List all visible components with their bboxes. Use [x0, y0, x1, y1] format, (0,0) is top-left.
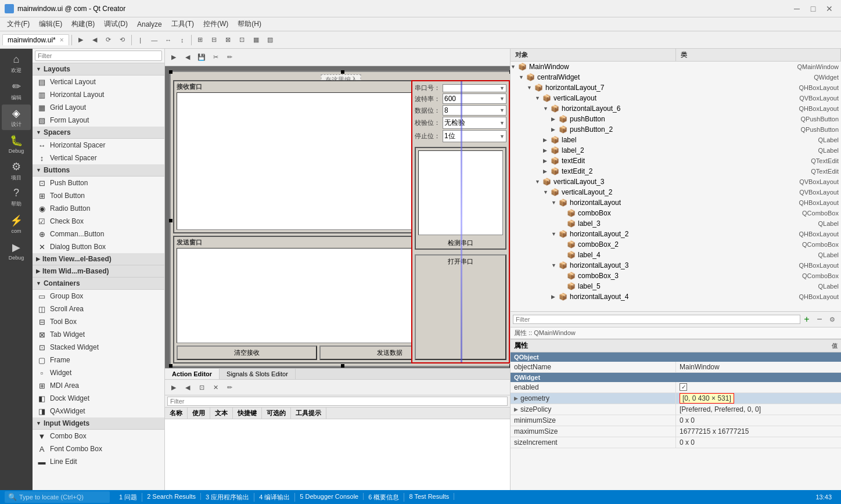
status-item-4-编译输出[interactable]: 4 编译输出	[254, 493, 295, 502]
tree-item-verticalLayout_3[interactable]: ▼ 📦 verticalLayout_3 QVBoxLayout	[511, 177, 841, 187]
toolbar-btn-1[interactable]: ▶	[74, 34, 87, 46]
widget-item-dialog-button-box[interactable]: ✕Dialog Button Box	[33, 240, 164, 253]
sidebar-icon-项目[interactable]: ⚙项目	[2, 158, 31, 183]
tree-item-label_5[interactable]: 📦 label_5 QLabel	[511, 281, 841, 291]
menubar-item-工具(T)[interactable]: 工具(T)	[167, 18, 199, 30]
toolbar-btn-8[interactable]: ↕	[176, 34, 189, 46]
tree-item-horizontalLayout_6[interactable]: ▼ 📦 horizontalLayout_6 QHBoxLayout	[511, 103, 841, 114]
sidebar-icon-设计[interactable]: ◈设计	[2, 105, 31, 130]
widget-item-scroll-area[interactable]: ◫Scroll Area	[33, 303, 164, 315]
check-select[interactable]: 无检验▼	[443, 117, 506, 129]
widget-item-vertical-layout[interactable]: ▤Vertical Layout	[33, 75, 164, 88]
toolbar-btn-12[interactable]: ⊡	[236, 34, 249, 46]
widget-item-radio-button[interactable]: ◉Radio Button	[33, 202, 164, 215]
file-tab-close[interactable]: ×	[60, 36, 64, 44]
widget-item-push-button[interactable]: ⊡Push Button	[33, 177, 164, 189]
canvas-btn-4[interactable]: ✂	[209, 51, 222, 64]
widget-item-combo-box[interactable]: ▼Combo Box	[33, 430, 164, 442]
widget-item-line-edit[interactable]: ▬Line Edit	[33, 455, 164, 468]
sidebar-icon-欢迎[interactable]: ⌂欢迎	[2, 51, 31, 77]
widget-group-Item Wid...m-Based)[interactable]: ▶Item Wid...m-Based)	[33, 265, 164, 278]
widget-item-qaxwidget[interactable]: ◨QAxWidget	[33, 405, 164, 417]
tree-item-verticalLayout_2[interactable]: ▼ 📦 verticalLayout_2 QVBoxLayout	[511, 187, 841, 197]
tree-remove-btn[interactable]: −	[813, 313, 826, 326]
close-button[interactable]: ✕	[822, 3, 836, 15]
tree-item-comboBox[interactable]: 📦 comboBox QComboBox	[511, 208, 841, 218]
widget-group-Spacers[interactable]: ▼Spacers	[33, 127, 164, 139]
canvas-btn-1[interactable]: ▶	[167, 51, 180, 64]
tree-item-horizontalLayout_7[interactable]: ▼ 📦 horizontalLayout_7 QHBoxLayout	[511, 82, 841, 93]
baud-select[interactable]: 600▼	[443, 93, 506, 104]
toolbar-btn-9[interactable]: ⊞	[194, 34, 207, 46]
props-row-geometry[interactable]: ▶ geometry [0, 0 430 × 531]	[511, 393, 841, 404]
canvas-container[interactable]: 在这里编入 接收窗口 发送窗口 清空接收 发送数据	[165, 66, 510, 368]
tree-add-btn[interactable]: +	[800, 313, 813, 326]
maximize-button[interactable]: □	[806, 3, 820, 15]
widget-item-form-layout[interactable]: ▧Form Layout	[33, 114, 164, 127]
menubar-item-Analyze[interactable]: Analyze	[132, 19, 167, 30]
widget-group-Layouts[interactable]: ▼Layouts	[33, 63, 164, 75]
widget-item-tool-button[interactable]: ⊞Tool Button	[33, 189, 164, 202]
action-tab-action-editor[interactable]: Action Editor	[165, 369, 220, 379]
tree-filter-input[interactable]	[513, 315, 800, 324]
toolbar-btn-10[interactable]: ⊟	[208, 34, 221, 46]
menubar-item-文件(F)[interactable]: 文件(F)	[2, 18, 34, 30]
canvas-btn-3[interactable]: 💾	[195, 51, 208, 64]
menubar-item-帮助(H)[interactable]: 帮助(H)	[233, 18, 266, 30]
tree-item-textEdit_2[interactable]: ▶ 📦 textEdit_2 QTextEdit	[511, 166, 841, 177]
tree-item-horizontalLayout[interactable]: ▼ 📦 horizontalLayout QHBoxLayout	[511, 197, 841, 208]
action-tab-signals-&-slots-editor[interactable]: Signals & Slots Editor	[220, 369, 296, 379]
tree-item-comboBox_3[interactable]: 📦 comboBox_3 QComboBox	[511, 271, 841, 281]
file-tab[interactable]: mainwindow.ui* ×	[2, 34, 69, 45]
tree-item-label_2[interactable]: ▶ 📦 label_2 QLabel	[511, 145, 841, 156]
clear-recv-btn[interactable]: 清空接收	[177, 345, 317, 360]
widget-item-mdi-area[interactable]: ⊞MDI Area	[33, 379, 164, 392]
tree-item-pushButton[interactable]: ▶ 📦 pushButton QPushButton	[511, 114, 841, 124]
action-tb-3[interactable]: ⊡	[195, 381, 208, 394]
action-tb-5[interactable]: ✏	[223, 381, 236, 394]
widget-item-font-combo-box[interactable]: AFont Combo Box	[33, 442, 164, 455]
status-item-1-问题[interactable]: 1 问题	[114, 493, 142, 502]
tree-config-btn[interactable]: ⚙	[826, 313, 839, 326]
tree-item-textEdit[interactable]: ▶ 📦 textEdit QTextEdit	[511, 156, 841, 166]
status-item-2-search-results[interactable]: 2 Search Results	[142, 493, 201, 500]
action-tb-2[interactable]: ◀	[181, 381, 194, 394]
stop-select[interactable]: 1位▼	[443, 130, 506, 142]
tree-item-pushButton_2[interactable]: ▶ 📦 pushButton_2 QPushButton	[511, 124, 841, 135]
toolbar-btn-5[interactable]: |	[134, 34, 147, 46]
tree-item-label_3[interactable]: 📦 label_3 QLabel	[511, 218, 841, 229]
widget-group-Buttons[interactable]: ▼Buttons	[33, 164, 164, 177]
toolbar-btn-11[interactable]: ⊠	[222, 34, 235, 46]
widget-item-tab-widget[interactable]: ⊠Tab Widget	[33, 328, 164, 341]
minimize-button[interactable]: ─	[790, 3, 804, 15]
sidebar-icon-com[interactable]: ⚡com	[2, 211, 31, 237]
canvas-btn-5[interactable]: ✏	[223, 51, 236, 64]
tree-item-MainWindow[interactable]: ▼ 📦 MainWindow QMainWindow	[511, 62, 841, 72]
tree-item-verticalLayout[interactable]: ▼ 📦 verticalLayout QVBoxLayout	[511, 93, 841, 103]
tree-item-label[interactable]: ▶ 📦 label QLabel	[511, 135, 841, 145]
sidebar-icon-帮助[interactable]: ?帮助	[2, 185, 31, 210]
port-select[interactable]: ▼	[443, 84, 506, 92]
action-tb-1[interactable]: ▶	[167, 381, 180, 394]
widget-item-group-box[interactable]: ▭Group Box	[33, 290, 164, 303]
props-row-objectName[interactable]: objectName MainWindow	[511, 362, 841, 373]
widget-item-horizontal-layout[interactable]: ▥Horizontal Layout	[33, 88, 164, 101]
widget-item-comman...button[interactable]: ⊕Comman...Button	[33, 228, 164, 240]
status-item-3-应用程序输出[interactable]: 3 应用程序输出	[201, 493, 254, 502]
toolbar-btn-14[interactable]: ▧	[264, 34, 276, 46]
widget-item-check-box[interactable]: ☑Check Box	[33, 215, 164, 228]
menubar-item-编辑(E)[interactable]: 编辑(E)	[34, 18, 67, 30]
widget-filter-input[interactable]	[35, 51, 162, 61]
tree-item-horizontalLayout_3[interactable]: ▼ 📦 horizontalLayout_3 QHBoxLayout	[511, 260, 841, 271]
sidebar-icon-编辑[interactable]: ✏编辑	[2, 78, 31, 103]
toolbar-btn-2[interactable]: ◀	[88, 34, 101, 46]
widget-item-tool-box[interactable]: ⊟Tool Box	[33, 315, 164, 328]
tree-item-horizontalLayout_2[interactable]: ▼ 📦 horizontalLayout_2 QHBoxLayout	[511, 229, 841, 239]
toolbar-btn-4[interactable]: ⟲	[116, 34, 129, 46]
action-filter-input[interactable]	[167, 397, 508, 406]
props-row-sizeIncrement[interactable]: sizeIncrement 0 x 0	[511, 437, 841, 448]
widget-group-Containers[interactable]: ▼Containers	[33, 278, 164, 290]
widget-group-Item View...el-Based)[interactable]: ▶Item View...el-Based)	[33, 253, 164, 265]
tree-item-comboBox_2[interactable]: 📦 comboBox_2 QComboBox	[511, 239, 841, 250]
data-select[interactable]: 8▼	[443, 105, 506, 116]
